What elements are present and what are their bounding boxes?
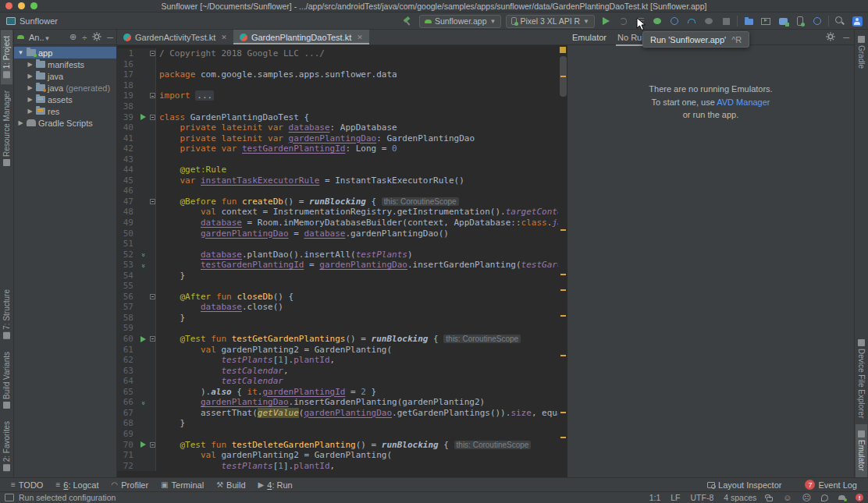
tool-stripe-button-resource-manager[interactable]: Resource Manager: [1, 84, 12, 172]
debug-button[interactable]: [651, 15, 663, 27]
build-hammer-icon[interactable]: [402, 15, 414, 27]
gear-icon[interactable]: [92, 32, 101, 43]
run-test-gutter-icon[interactable]: [137, 334, 149, 345]
fold-column[interactable]: [149, 344, 156, 355]
fold-column[interactable]: [149, 143, 156, 154]
fold-column[interactable]: [149, 365, 156, 376]
device-select[interactable]: Pixel 3 XL API R ▼: [506, 15, 595, 28]
apply-changes-icon[interactable]: [617, 15, 629, 27]
fold-column[interactable]: [149, 207, 156, 218]
indent-indicator[interactable]: 4 spaces: [724, 493, 756, 502]
fold-column[interactable]: [149, 439, 156, 450]
fold-column[interactable]: [149, 302, 156, 313]
tree-item-assets[interactable]: ▶assets: [14, 94, 116, 105]
fold-column[interactable]: [149, 59, 156, 70]
editor-tab-gardenactivitytest-kt[interactable]: GardenActivityTest.kt✕: [117, 30, 233, 44]
fold-column[interactable]: [149, 186, 156, 197]
fold-column[interactable]: [149, 133, 156, 143]
gear-icon[interactable]: [826, 32, 835, 43]
locate-file-icon[interactable]: ⊕: [69, 32, 76, 42]
fold-column[interactable]: [149, 450, 156, 461]
fold-column[interactable]: [149, 101, 156, 112]
fold-column[interactable]: [149, 175, 156, 186]
tool-stripe-button-1-project[interactable]: 1: Project: [1, 30, 12, 84]
unlock-icon[interactable]: [767, 497, 773, 501]
tool-stripe-button-build-variants[interactable]: Build Variants: [1, 345, 12, 415]
fold-column[interactable]: [149, 376, 156, 387]
tool-window-button-todo[interactable]: ≡TODO: [5, 478, 49, 491]
error-stripe[interactable]: [558, 45, 567, 477]
fold-column[interactable]: [149, 355, 156, 366]
project-structure-icon[interactable]: [742, 15, 755, 27]
line-separator-indicator[interactable]: LF: [671, 493, 680, 502]
fold-column[interactable]: [149, 323, 156, 334]
fold-column[interactable]: [149, 218, 156, 228]
fold-column[interactable]: [149, 122, 156, 133]
fold-column[interactable]: [149, 397, 156, 408]
tree-expand-arrow[interactable]: ▶: [17, 119, 24, 126]
tree-expand-arrow[interactable]: ▶: [27, 108, 34, 115]
tree-expand-arrow[interactable]: ▼: [17, 49, 24, 56]
attach-profiler-icon[interactable]: [811, 15, 824, 27]
tool-window-button-6-logcat[interactable]: ≡6: Logcat: [49, 478, 105, 491]
coverage-run-icon[interactable]: [703, 15, 715, 27]
tree-item-java[interactable]: ▶java: [14, 70, 116, 82]
fold-column[interactable]: [149, 260, 156, 271]
caret-position-indicator[interactable]: 1:1: [649, 493, 661, 502]
tool-stripe-button-2-favorites[interactable]: 2: Favorites: [1, 415, 12, 477]
fold-column[interactable]: [149, 112, 156, 122]
fold-column[interactable]: [149, 228, 156, 239]
fold-column[interactable]: [149, 387, 156, 398]
fold-column[interactable]: [149, 69, 156, 80]
avd-manager-icon[interactable]: [760, 15, 772, 27]
run-test-gutter-icon[interactable]: [137, 439, 149, 450]
run-configuration-select[interactable]: Sunflower.app ▼: [419, 15, 501, 28]
close-tab-icon[interactable]: ✕: [357, 34, 363, 41]
code-editor[interactable]: 1/ Copyright 2018 Google LLC .../1617pac…: [117, 45, 567, 477]
android-status-icon[interactable]: [838, 495, 845, 500]
hide-panel-icon[interactable]: ─: [843, 33, 849, 42]
tool-window-button-4-run[interactable]: ▶4: Run: [252, 478, 299, 491]
stop-button[interactable]: [720, 15, 732, 27]
tool-window-button-terminal[interactable]: ▣Terminal: [155, 478, 210, 491]
tree-expand-arrow[interactable]: ▶: [27, 96, 34, 103]
profile-button[interactable]: [685, 15, 698, 27]
tree-item-app[interactable]: ▼app: [14, 47, 116, 58]
fold-column[interactable]: [149, 460, 156, 471]
tree-item-java[interactable]: ▶java (generated): [14, 82, 116, 94]
tree-item-manifests[interactable]: ▶manifests: [14, 58, 116, 70]
device-manager-icon[interactable]: [794, 15, 806, 27]
sad-face-icon[interactable]: ☹: [802, 493, 811, 503]
tool-window-button-layout-inspector[interactable]: Layout Inspector: [701, 480, 788, 490]
tool-stripe-button-device-file-explorer[interactable]: Device File Explorer: [856, 333, 867, 424]
error-notification-icon[interactable]: !: [856, 494, 863, 501]
highlighting-level-icon[interactable]: [821, 494, 828, 501]
tree-expand-arrow[interactable]: ▶: [27, 73, 34, 80]
tree-item-gradle-scripts[interactable]: ▶Gradle Scripts: [14, 117, 116, 129]
profile-avatar-icon[interactable]: [851, 15, 863, 27]
collapse-all-icon[interactable]: ÷: [82, 33, 87, 42]
fold-column[interactable]: [149, 80, 156, 91]
fold-column[interactable]: [149, 165, 156, 175]
fold-column[interactable]: [149, 197, 156, 207]
fold-column[interactable]: [149, 429, 156, 440]
happy-face-icon[interactable]: ☺: [783, 493, 792, 502]
fold-column[interactable]: [149, 313, 156, 324]
fold-column[interactable]: [149, 334, 156, 345]
search-everywhere-icon[interactable]: [834, 15, 846, 27]
fold-column[interactable]: [149, 281, 156, 292]
fold-column[interactable]: [149, 270, 156, 281]
tool-stripe-button-gradle[interactable]: Gradle: [856, 30, 867, 75]
fold-column[interactable]: [149, 48, 156, 59]
editor-tab-gardenplantingdaotest-kt[interactable]: GardenPlantingDaoTest.kt✕: [233, 30, 369, 44]
project-view-selector[interactable]: An..▼: [29, 33, 51, 42]
tool-window-toggle-icon[interactable]: [5, 494, 14, 501]
fold-column[interactable]: [149, 154, 156, 165]
sdk-manager-icon[interactable]: [777, 15, 789, 27]
hide-panel-icon[interactable]: ─: [107, 33, 113, 42]
tool-stripe-button-emulator[interactable]: Emulator: [856, 424, 867, 477]
fold-column[interactable]: [149, 239, 156, 250]
fold-column[interactable]: [149, 90, 156, 101]
avd-manager-link[interactable]: AVD Manager: [717, 97, 770, 107]
run-test-gutter-icon[interactable]: [137, 112, 149, 122]
